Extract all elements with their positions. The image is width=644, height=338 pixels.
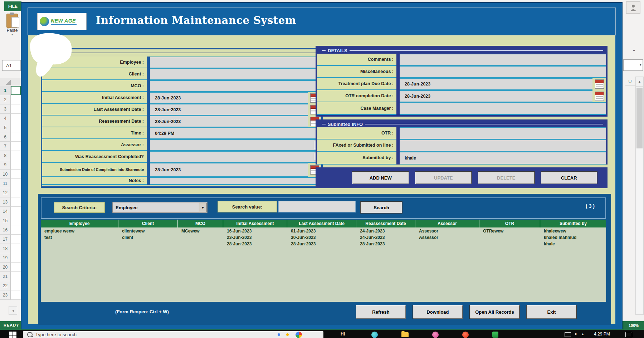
notification-center-icon[interactable] <box>625 332 632 337</box>
excel-grid[interactable] <box>11 86 21 300</box>
search-button[interactable]: Search <box>360 201 402 214</box>
excel-row-header-21[interactable]: 21 <box>0 272 11 281</box>
last-assessment-date-input[interactable]: 28-Jun-2023 <box>150 104 308 116</box>
vertical-scrollbar[interactable]: ▲ <box>635 77 644 315</box>
excel-row-header-14[interactable]: 14 <box>0 207 11 216</box>
taskbar-clock[interactable]: 4:29 PM <box>594 332 610 337</box>
taskbar-app-icon-1[interactable]: Hi <box>341 332 345 337</box>
start-button[interactable] <box>9 332 16 338</box>
excel-row-header-19[interactable]: 19 <box>0 253 11 263</box>
excel-row-header-9[interactable]: 9 <box>0 160 11 170</box>
file-explorer-icon[interactable] <box>401 332 409 337</box>
taskbar-search-box[interactable]: Type here to search <box>23 331 323 338</box>
excel-row-header-10[interactable]: 10 <box>0 170 11 179</box>
reassessment-date-input[interactable]: 28-Jun-2023 <box>150 116 308 127</box>
tray-display-icon[interactable] <box>565 332 571 337</box>
client-input[interactable] <box>150 68 321 80</box>
excel-row-header-13[interactable]: 13 <box>0 197 11 207</box>
pinwheel-icon[interactable] <box>296 332 302 338</box>
excel-row-header-4[interactable]: 4 <box>0 114 11 123</box>
zoom-level[interactable]: 100% <box>623 321 644 330</box>
submission-date-of-completion-into-sharenote-input[interactable]: 28-Jun-2023 <box>150 163 308 177</box>
excel-select-all-corner[interactable] <box>0 78 21 86</box>
treatment-plan-due-date-input[interactable]: 28-Jun-2023 <box>400 78 592 90</box>
panel-divider <box>396 54 400 66</box>
scrollbar-up-arrow[interactable]: ▲ <box>636 77 643 87</box>
combo-dropdown-arrow-icon[interactable]: ▼ <box>199 203 207 212</box>
excel-row-header-5[interactable]: 5 <box>0 123 11 132</box>
ribbon-collapse-chevron-icon[interactable]: ⌃ <box>630 49 638 55</box>
submitted-by-input[interactable]: khale <box>400 152 606 165</box>
excel-file-tab[interactable]: FILE <box>4 1 21 11</box>
taskbar-app-icon-3[interactable] <box>432 332 439 338</box>
excel-paste-button[interactable]: Paste ▾ <box>3 14 21 41</box>
search-value-input[interactable] <box>278 201 356 212</box>
dialog-title: Information Maintenance System <box>96 14 296 26</box>
excel-account-button[interactable] <box>626 1 640 14</box>
excel-row-header-2[interactable]: 2 <box>0 95 11 104</box>
case-manager-input[interactable] <box>400 102 606 115</box>
excel-row-header-17[interactable]: 17 <box>0 235 11 244</box>
calendar-icon[interactable] <box>595 79 604 89</box>
excel-row-header-7[interactable]: 7 <box>0 142 11 151</box>
assessor-input[interactable]: ▾ <box>150 139 321 151</box>
taskbar-app-icon-4[interactable] <box>462 332 469 338</box>
download-button[interactable]: Download <box>413 305 463 319</box>
panel-divider <box>147 116 150 127</box>
excel-row-header-20[interactable]: 20 <box>0 263 11 272</box>
excel-name-box[interactable]: A1 <box>2 60 21 71</box>
last-assessment-date-label: Last Assessment Date : <box>42 104 147 116</box>
excel-right-combo[interactable] <box>623 59 643 71</box>
table-row[interactable]: testclient23-Jun-202330-Jun-202324-Jun-2… <box>41 235 606 240</box>
column-header-assessor: Assessor <box>415 220 479 227</box>
tray-icon-1[interactable]: ● <box>575 332 577 336</box>
taskbar-app-icon-5[interactable] <box>492 332 498 338</box>
miscellaneous-input[interactable] <box>400 66 606 78</box>
table-cell: Assessor <box>415 235 479 240</box>
table-cell: 16-Jun-2023 <box>223 228 287 234</box>
excel-row-header-6[interactable]: 6 <box>0 132 11 142</box>
excel-row-header-15[interactable]: 15 <box>0 216 11 225</box>
time-input[interactable]: 04:29 PM <box>150 127 321 139</box>
table-cell <box>178 235 223 240</box>
open-all-records-button[interactable]: Open All Records <box>469 305 520 319</box>
update-button[interactable]: UPDATE <box>415 171 472 184</box>
refresh-button[interactable]: Refresh <box>356 305 406 319</box>
mco-input[interactable] <box>150 80 321 92</box>
excel-row-header-16[interactable]: 16 <box>0 225 11 235</box>
table-row[interactable]: 28-Jun-202328-Jun-202328-Jun-2023khale <box>41 241 606 247</box>
excel-row-header-3[interactable]: 3 <box>0 104 11 114</box>
calendar-icon[interactable] <box>595 92 604 101</box>
excel-row-header-1[interactable]: 1 <box>0 86 11 95</box>
employee-input[interactable] <box>150 57 321 68</box>
add-new-button[interactable]: ADD NEW <box>352 171 409 184</box>
excel-row-header-22[interactable]: 22 <box>0 281 11 290</box>
delete-button[interactable]: DELETE <box>478 171 535 184</box>
taskbar-app-icon-2[interactable] <box>371 332 378 338</box>
excel-scroll-left-arrow[interactable]: ◂ <box>9 306 17 315</box>
dialog-title-bar: NEW AGE Information Maintenance System <box>28 8 616 35</box>
excel-row-header-8[interactable]: 8 <box>0 151 11 160</box>
otr-completion-date-input[interactable]: 28-Jun-2023 <box>400 90 592 102</box>
faxed-or-submitted-on-line-input[interactable] <box>400 139 606 152</box>
excel-selected-cell-a1[interactable] <box>11 86 21 95</box>
exit-button[interactable]: Exit <box>526 305 577 319</box>
otr-input[interactable] <box>400 127 606 139</box>
comments-input[interactable] <box>400 54 606 66</box>
tray-icon-2[interactable]: ▴ <box>582 332 584 336</box>
excel-row-header-12[interactable]: 12 <box>0 188 11 197</box>
initial-assessment-input[interactable]: 28-Jun-2023 <box>150 92 308 104</box>
was-reassessment-completed-input[interactable]: ▾ <box>150 151 321 163</box>
notes-input[interactable] <box>150 177 321 185</box>
paste-dropdown-arrow-icon[interactable]: ▾ <box>11 33 13 36</box>
excel-row-header-11[interactable]: 11 <box>0 179 11 188</box>
clear-button[interactable]: CLEAR <box>541 171 598 184</box>
ready-status: READY <box>4 323 19 327</box>
table-cell <box>118 241 178 247</box>
scrollbar-thumb[interactable] <box>636 88 643 148</box>
excel-row-header-23[interactable]: 23 <box>0 290 11 300</box>
table-row[interactable]: empluee weewclientewewMCewew16-Jun-20230… <box>41 228 606 234</box>
excel-column-header-u[interactable]: U <box>625 77 635 85</box>
search-criteria-combo[interactable]: Employee ▼ <box>112 202 208 213</box>
excel-row-header-18[interactable]: 18 <box>0 244 11 253</box>
